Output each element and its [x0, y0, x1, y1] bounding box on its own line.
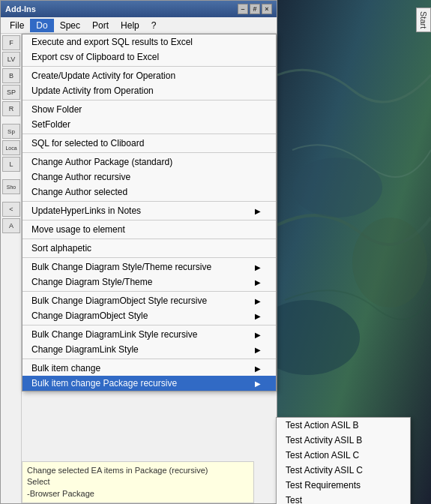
menu-question[interactable]: ?	[145, 19, 163, 32]
menu-port[interactable]: Port	[86, 19, 115, 32]
tooltip-line-1: Change selected EA items in Package (rec…	[27, 465, 249, 476]
menu-move-usage[interactable]: Move usage to element	[22, 222, 276, 237]
separator-5	[22, 201, 276, 202]
sidebar-btn-f[interactable]: F	[2, 35, 20, 50]
menu-bar: File Do Spec Port Help ?	[1, 17, 277, 34]
svg-point-1	[292, 158, 382, 218]
title-bar-controls: – # ×	[238, 4, 272, 14]
arrow-icon-2: ▶	[255, 263, 261, 272]
arrow-icon: ▶	[255, 207, 261, 215]
sidebar-btn-l[interactable]: L	[2, 157, 20, 172]
sidebar-btn-sp[interactable]: SP	[2, 85, 20, 100]
submenu-test-activity-asil-b[interactable]: Test Activity ASIL B	[277, 433, 410, 448]
arrow-icon-3: ▶	[255, 278, 261, 286]
sidebar-btn-back[interactable]: <	[2, 202, 20, 217]
separator-6	[22, 220, 276, 220]
menu-file[interactable]: File	[4, 19, 30, 32]
separator-8	[22, 257, 276, 258]
menu-change-author-recursive[interactable]: Change Author recursive	[22, 170, 276, 184]
separator-7	[22, 238, 276, 239]
arrow-icon-9: ▶	[255, 380, 261, 388]
arrow-icon-4: ▶	[255, 297, 261, 305]
menu-show-folder[interactable]: Show Folder	[22, 102, 276, 117]
svg-point-2	[352, 218, 427, 308]
sidebar-btn-lv[interactable]: LV	[2, 52, 20, 67]
submenu-test-functional-requirements[interactable]: Test FunctionalRequirements	[277, 493, 410, 504]
menu-change-diagram-style[interactable]: Change Diagram Style/Theme ▶	[22, 274, 276, 290]
arrow-icon-5: ▶	[255, 312, 261, 320]
window-title: Add-Ins	[5, 4, 36, 14]
separator-2	[22, 100, 276, 100]
sidebar-btn-sho[interactable]: Sho	[2, 179, 20, 194]
submenu-test-action-asil-c[interactable]: Test Action ASIL C	[277, 448, 410, 463]
tooltip: Change selected EA items in Package (rec…	[22, 461, 254, 503]
sidebar-btn-r[interactable]: R	[2, 101, 20, 116]
menu-change-diagramobject-style[interactable]: Change DiagramObject Style ▶	[22, 308, 276, 323]
menu-bulk-change-diagram-recursive[interactable]: Bulk Change Diagram Style/Theme recursiv…	[22, 260, 276, 274]
submenu-test-activity-asil-c[interactable]: Test Activity ASIL C	[277, 463, 410, 478]
tooltip-line-2: Select	[27, 476, 249, 488]
menu-bulk-change-diagramobject[interactable]: Bulk Change DiagramObject Style recursiv…	[22, 293, 276, 308]
menu-do[interactable]: Do	[30, 19, 53, 32]
menu-help[interactable]: Help	[115, 19, 145, 32]
main-window: Add-Ins – # × File Do Spec Port Help ? F…	[0, 0, 277, 504]
separator-3	[22, 134, 276, 134]
arrow-icon-8: ▶	[255, 364, 261, 373]
minimize-button[interactable]: –	[238, 4, 248, 14]
menu-change-author-selected[interactable]: Change Author selected	[22, 184, 276, 200]
arrow-icon-7: ▶	[255, 346, 261, 354]
menu-export-csv[interactable]: Export csv of Clipboard to Excel	[22, 50, 276, 64]
sidebar-btn-sp2[interactable]: Sp	[2, 124, 20, 139]
separator-11	[22, 358, 276, 359]
sidebar-btn-loca[interactable]: Loca	[2, 140, 20, 155]
menu-set-folder[interactable]: SetFolder	[22, 117, 276, 132]
pin-button[interactable]: #	[250, 4, 260, 14]
menu-bulk-item-change[interactable]: Bulk item change ▶	[22, 361, 276, 376]
close-button[interactable]: ×	[262, 4, 272, 14]
separator-10	[22, 325, 276, 326]
menu-update-hyperlinks[interactable]: UpdateHyperLinks in Notes ▶	[22, 203, 276, 218]
separator-9	[22, 291, 276, 292]
menu-sql-clipboard[interactable]: SQL for selected to Cliboard	[22, 136, 276, 151]
sidebar-btn-b[interactable]: B	[2, 68, 20, 83]
separator-4	[22, 152, 276, 153]
menu-execute-sql[interactable]: Execute and export SQL results to Excel	[22, 34, 276, 50]
menu-create-activity[interactable]: Create/Update Activity for Operation	[22, 68, 276, 83]
menu-change-author-standard[interactable]: Change Author Package (standard)	[22, 154, 276, 170]
arrow-icon-6: ▶	[255, 331, 261, 339]
submenu: Test Action ASIL B Test Activity ASIL B …	[276, 417, 411, 504]
menu-sort-alphapetic[interactable]: Sort alphapetic	[22, 241, 276, 256]
start-tab[interactable]: Start	[416, 8, 431, 32]
dropdown-menu: Execute and export SQL results to Excel …	[22, 34, 277, 392]
menu-spec[interactable]: Spec	[54, 19, 86, 32]
title-bar: Add-Ins – # ×	[1, 1, 277, 17]
separator-1	[22, 66, 276, 67]
menu-change-diagramlink-style[interactable]: Change DiagramLink Style ▶	[22, 342, 276, 357]
menu-bulk-change-diagramlink[interactable]: Bulk Change DiagramLink Style recursive …	[22, 327, 276, 342]
sidebar-btn-a[interactable]: A	[2, 218, 20, 233]
sidebar: F LV B SP R Sp Loca L Sho < A	[1, 34, 22, 503]
menu-bulk-item-change-package-recursive[interactable]: Bulk item change Package recursive ▶	[22, 376, 276, 391]
tooltip-line-3: -Browser Package	[27, 488, 249, 500]
menu-update-activity[interactable]: Update Activity from Operation	[22, 83, 276, 98]
submenu-test-requirements[interactable]: Test Requirements	[277, 478, 410, 493]
submenu-test-action-asil-b[interactable]: Test Action ASIL B	[277, 418, 410, 433]
